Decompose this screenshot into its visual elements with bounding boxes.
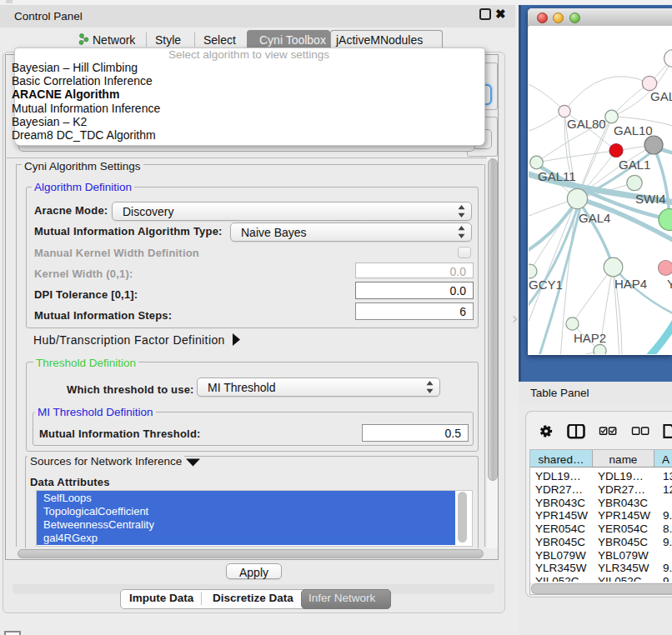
- svg-text:GAL: GAL: [650, 89, 672, 103]
- svg-text:Y: Y: [667, 277, 672, 291]
- svg-text:GAL1: GAL1: [619, 158, 650, 172]
- svg-text:GAL10: GAL10: [614, 123, 653, 138]
- svg-text:HAP4: HAP4: [614, 277, 647, 291]
- svg-text:SWI4: SWI4: [635, 192, 666, 206]
- svg-text:GAL11: GAL11: [538, 169, 576, 183]
- svg-text:GAL80: GAL80: [567, 117, 606, 131]
- svg-text:GAL4: GAL4: [579, 211, 610, 225]
- svg-text:GCY1: GCY1: [529, 278, 563, 292]
- svg-text:HAP2: HAP2: [574, 331, 606, 345]
